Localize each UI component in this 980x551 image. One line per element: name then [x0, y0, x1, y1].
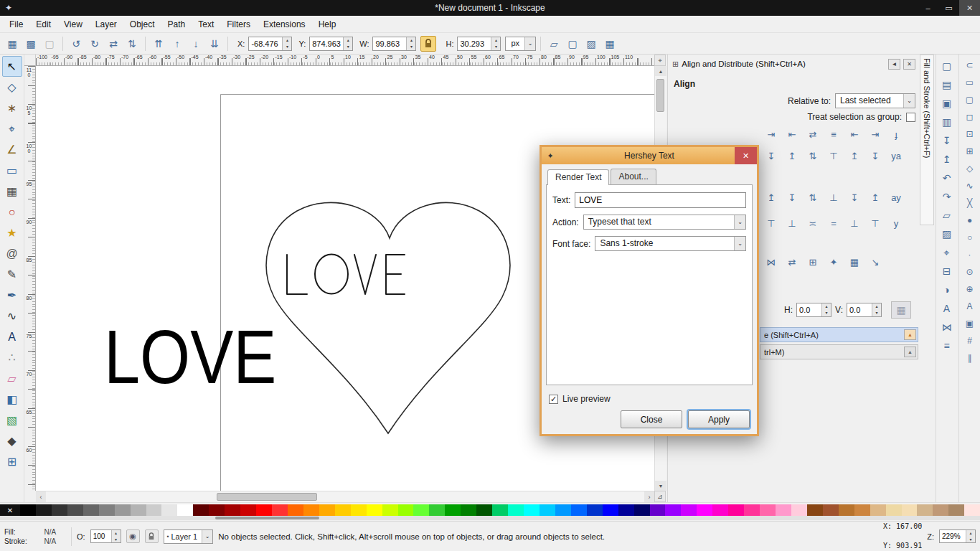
new-document-button[interactable]: ▢ [938, 57, 956, 75]
palette-swatch[interactable] [728, 504, 744, 516]
palette-swatch[interactable] [398, 504, 414, 516]
spin-up-icon[interactable]: ▴ [872, 303, 881, 310]
spin-up-icon[interactable]: ▴ [283, 37, 291, 44]
opacity-input[interactable] [91, 530, 111, 542]
palette-swatch[interactable] [807, 504, 823, 516]
vertical-scroll-thumb[interactable] [656, 79, 664, 112]
spin-down-icon[interactable]: ▾ [491, 44, 500, 50]
palette-swatch[interactable] [20, 504, 36, 516]
palette-swatch[interactable] [603, 504, 618, 516]
palette-swatch[interactable] [225, 504, 240, 516]
palette-swatch[interactable] [681, 504, 697, 516]
align-op-button[interactable]: ⇤ [845, 126, 864, 142]
export-bitmap-button[interactable]: ↥ [938, 151, 956, 168]
v-gap-spinbox[interactable]: ▴▾ [847, 303, 882, 317]
spin-up-icon[interactable]: ▴ [112, 530, 121, 537]
x-input[interactable] [249, 37, 282, 50]
star-tool[interactable]: ★ [2, 222, 22, 243]
ruler-left[interactable]: 1101051009590858075706560 [24, 66, 36, 491]
palette-swatch[interactable] [319, 504, 335, 516]
width-spinbox[interactable]: ▴▾ [372, 37, 416, 51]
panel-close-button[interactable]: ✕ [903, 59, 915, 70]
align-op-button[interactable]: ✦ [824, 254, 843, 270]
snap-midpoints-button[interactable]: ∙ [962, 247, 978, 263]
zoom-input[interactable] [940, 530, 966, 542]
palette-swatch[interactable] [524, 504, 540, 516]
spin-up-icon[interactable]: ▴ [822, 303, 831, 310]
spin-down-icon[interactable]: ▾ [407, 44, 415, 50]
relative-to-select[interactable]: Last selected ⌄ [835, 93, 915, 108]
snap-page-border-button[interactable]: ▣ [962, 316, 978, 331]
layer-select[interactable]: ▪ Layer 1 ⌄ [164, 529, 214, 544]
align-op-button[interactable]: ⇄ [783, 254, 801, 270]
palette-swatch[interactable] [288, 504, 303, 516]
palette-swatch[interactable] [712, 504, 728, 516]
palette-swatch[interactable] [240, 504, 256, 516]
snap-text-baselines-button[interactable]: A [962, 298, 978, 314]
chevron-down-icon[interactable]: ⌄ [202, 530, 212, 543]
align-op-button[interactable]: ↧ [866, 148, 885, 164]
minimize-button[interactable]: – [918, 0, 938, 16]
opacity-spinbox[interactable]: ▴▾ [90, 529, 121, 543]
align-op-button[interactable]: ▦ [845, 254, 864, 270]
action-select[interactable]: Typeset that text ⌄ [583, 215, 746, 230]
palette-swatch[interactable] [476, 504, 492, 516]
h-gap-input[interactable] [797, 303, 821, 316]
paint-bucket-tool[interactable]: ◧ [2, 389, 22, 410]
align-op-button[interactable]: ya [887, 148, 905, 164]
v-gap-input[interactable] [847, 303, 872, 316]
spin-down-icon[interactable]: ▾ [822, 310, 831, 316]
palette-swatch[interactable] [256, 504, 272, 516]
layer-visibility-button[interactable]: ◉ [126, 529, 140, 543]
scale-stroke-button[interactable]: ▱ [545, 35, 562, 52]
palette-swatch[interactable] [161, 504, 177, 516]
align-op-button[interactable]: ⇅ [804, 148, 822, 164]
flip-vertical-button[interactable]: ⇅ [123, 35, 141, 52]
connector-tool[interactable]: ⊞ [2, 451, 22, 472]
move-patterns-button[interactable]: ▦ [601, 35, 618, 52]
lower-to-bottom-button[interactable]: ⇊ [206, 35, 223, 52]
horizontal-scrollbar[interactable]: ‹ › [36, 491, 654, 502]
snap-object-centers-button[interactable]: ⊙ [962, 264, 978, 280]
duplicate-button[interactable]: ⊟ [938, 263, 956, 280]
align-op-button[interactable]: ↘ [866, 254, 885, 270]
palette-swatch[interactable] [115, 504, 131, 516]
menu-extensions[interactable]: Extensions [257, 17, 312, 32]
hershey-preview-text[interactable] [287, 255, 405, 295]
opacity-arrows[interactable]: ▴▾ [111, 530, 121, 542]
menu-edit[interactable]: Edit [29, 17, 57, 32]
palette-swatch[interactable] [650, 504, 666, 516]
align-op-button[interactable]: ⋈ [762, 254, 781, 270]
spiral-tool[interactable]: @ [2, 243, 22, 264]
menu-view[interactable]: View [57, 17, 89, 32]
xml-editor-button[interactable]: ⋈ [938, 319, 956, 336]
align-op-button[interactable]: ≍ [804, 215, 822, 231]
zoom-spinbox[interactable]: ▴▾ [939, 529, 976, 543]
spin-up-icon[interactable]: ▴ [966, 530, 975, 537]
tab-render-text[interactable]: Render Text [547, 169, 609, 185]
chevron-down-icon[interactable]: ⌄ [734, 215, 745, 229]
scale-corners-button[interactable]: ▢ [564, 35, 581, 52]
palette-swatch[interactable] [67, 504, 83, 516]
snap-bbox-centers-button[interactable]: ⊞ [962, 143, 978, 159]
measure-tool[interactable]: ∠ [2, 139, 22, 160]
fill-stroke-indicator[interactable]: Fill: N/A Stroke: N/A [4, 528, 66, 545]
eraser-tool[interactable]: ▱ [2, 368, 22, 389]
scroll-down-icon[interactable]: ▼ [655, 481, 666, 491]
rectangle-tool[interactable]: ▭ [2, 160, 22, 181]
align-op-button[interactable]: ⊥ [845, 215, 864, 231]
select-all-layers-button[interactable]: ▩ [22, 35, 39, 52]
unit-select[interactable]: px ⌄ [505, 37, 536, 51]
selector-tool[interactable]: ↖ [2, 56, 22, 77]
dialog-close-button[interactable]: ✕ [735, 147, 757, 164]
scrollbar-corner-button[interactable]: ⊿ [654, 491, 666, 502]
menu-file[interactable]: File [3, 17, 29, 32]
no-color-swatch[interactable]: ✕ [0, 504, 20, 516]
menu-path[interactable]: Path [161, 17, 192, 32]
snap-guides-button[interactable]: ∥ [962, 350, 978, 366]
dropper-tool[interactable]: ◆ [2, 430, 22, 451]
palette-swatch[interactable] [83, 504, 99, 516]
snap-paths-button[interactable]: ∿ [962, 178, 978, 194]
snap-bbox-edges-button[interactable]: ▢ [962, 92, 978, 108]
select-all-button[interactable]: ▦ [4, 35, 21, 52]
